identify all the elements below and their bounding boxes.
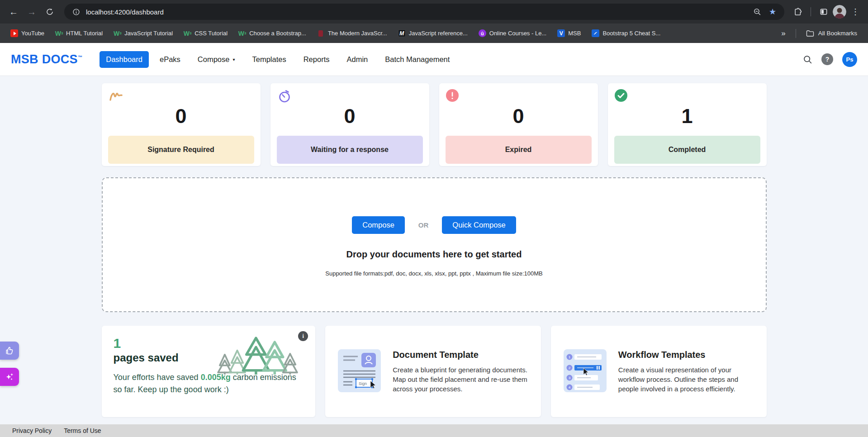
zoom-icon[interactable] xyxy=(752,6,763,17)
feedback-like-button[interactable] xyxy=(0,342,19,360)
workflow-templates-card[interactable]: 1 2 3 4 xyxy=(551,326,767,417)
pages-saved-card: 1 pages saved xyxy=(102,326,316,417)
document-template-card[interactable]: Sign Document Template Create a blueprin… xyxy=(325,326,541,417)
search-icon[interactable] xyxy=(803,55,812,64)
help-button[interactable]: ? xyxy=(821,53,833,65)
msb-docs-logo[interactable]: MSB DOCS™ xyxy=(11,52,82,66)
youtube-icon xyxy=(10,29,18,37)
all-bookmarks-label: All Bookmarks xyxy=(818,30,857,37)
back-icon[interactable]: ← xyxy=(5,4,22,20)
stat-value: 0 xyxy=(270,106,429,126)
terms-of-use-link[interactable]: Terms of Use xyxy=(64,427,101,434)
dropzone-subtext: Supported file formats:pdf, doc, docx, x… xyxy=(325,270,542,277)
reload-icon[interactable] xyxy=(42,4,58,20)
bookmark-modern-javascript[interactable]: The Modern JavaScr... xyxy=(313,28,391,39)
browser-menu-icon[interactable]: ⋮ xyxy=(848,5,863,19)
toolbar-divider xyxy=(811,7,811,16)
stat-value: 1 xyxy=(608,106,767,126)
nav-dashboard[interactable]: Dashboard xyxy=(100,51,149,68)
w3schools-icon: W3 xyxy=(238,29,246,37)
profile-avatar[interactable] xyxy=(833,5,846,19)
workflow-templates-title: Workflow Templates xyxy=(618,350,754,360)
forward-icon[interactable]: → xyxy=(24,4,40,20)
document-template-title: Document Template xyxy=(393,350,528,360)
workflow-step-3: 3 xyxy=(569,376,571,380)
dropzone-headline: Drop your documents here to get started xyxy=(346,249,522,260)
bookmark-star-icon[interactable]: ★ xyxy=(767,6,778,17)
nav-compose[interactable]: Compose▾ xyxy=(191,51,242,68)
bookmark-html-tutorial[interactable]: W3 HTML Tutorial xyxy=(51,28,107,39)
nav-reports[interactable]: Reports xyxy=(297,51,336,68)
alert-icon xyxy=(446,89,459,102)
stats-row: 0 Signature Required 0 Waiting for a res… xyxy=(102,83,767,166)
document-dropzone[interactable]: Compose OR Quick Compose Drop your docum… xyxy=(102,177,767,312)
document-template-description: Create a blueprint for generating docume… xyxy=(393,365,528,394)
chevron-down-icon: ▾ xyxy=(232,57,235,62)
user-avatar[interactable]: Ps xyxy=(842,52,857,67)
document-template-illustration: Sign xyxy=(338,349,381,394)
w3schools-icon: W3 xyxy=(55,29,63,37)
nav-batch-management[interactable]: Batch Management xyxy=(379,51,456,68)
bookmarks-overflow-icon[interactable]: » xyxy=(777,29,790,38)
signature-icon xyxy=(109,89,125,104)
workflow-templates-description: Create a visual representation of your w… xyxy=(618,365,754,394)
stat-value: 0 xyxy=(102,106,261,126)
workflow-step-2: 2 xyxy=(569,366,571,370)
bookmark-choose-bootstrap[interactable]: W3 Choose a Bootstrap... xyxy=(234,28,310,39)
folder-icon xyxy=(806,30,814,37)
main-nav: Dashboard ePaks Compose▾ Templates Repor… xyxy=(100,51,456,68)
trademark-symbol: ™ xyxy=(78,55,82,60)
stat-value: 0 xyxy=(439,106,598,126)
javascript-info-icon xyxy=(317,29,325,37)
bootstrap-icon xyxy=(592,29,599,37)
bookmark-msb[interactable]: V MSB xyxy=(553,28,585,39)
or-label: OR xyxy=(418,221,429,229)
bookmark-bootstrap-cheatsheet[interactable]: Bootstrap 5 Cheat S... xyxy=(588,28,664,39)
bookmark-javascript-tutorial[interactable]: W3 JavaScript Tutorial xyxy=(109,28,177,39)
bookmark-online-courses[interactable]: û Online Courses - Le... xyxy=(474,28,550,39)
stat-card-signature-required[interactable]: 0 Signature Required xyxy=(102,83,261,166)
ai-assistant-button[interactable] xyxy=(0,368,19,386)
document-template-text: Document Template Create a blueprint for… xyxy=(393,350,528,394)
compose-button[interactable]: Compose xyxy=(352,216,405,234)
url-bar[interactable]: localhost:4200/dashboard ★ xyxy=(64,4,784,20)
nav-templates[interactable]: Templates xyxy=(246,51,292,68)
bookmark-css-tutorial[interactable]: W3 CSS Tutorial xyxy=(180,28,232,39)
sign-field-label: Sign xyxy=(359,381,367,386)
stat-label: Completed xyxy=(614,136,760,164)
timer-icon xyxy=(277,89,292,105)
bookmark-youtube[interactable]: YouTube xyxy=(6,28,48,39)
bottom-cards-row: 1 pages saved xyxy=(102,326,767,417)
dashboard-main: 0 Signature Required 0 Waiting for a res… xyxy=(0,76,868,425)
privacy-policy-link[interactable]: Privacy Policy xyxy=(12,427,52,434)
compose-buttons-row: Compose OR Quick Compose xyxy=(352,216,516,234)
info-icon[interactable]: i xyxy=(298,331,308,341)
trees-illustration xyxy=(216,333,300,376)
mdn-icon: M xyxy=(398,29,406,37)
sparkles-icon xyxy=(5,372,14,382)
w3schools-icon: W3 xyxy=(184,29,191,37)
quick-compose-button[interactable]: Quick Compose xyxy=(442,216,516,234)
stat-card-completed[interactable]: 1 Completed xyxy=(608,83,767,166)
stat-card-waiting[interactable]: 0 Waiting for a response xyxy=(270,83,429,166)
bookmark-javascript-reference[interactable]: M JavaScript reference... xyxy=(394,28,472,39)
header-actions: ? Ps xyxy=(803,52,857,67)
bookmarks-divider xyxy=(796,29,796,38)
site-info-icon[interactable] xyxy=(71,6,81,17)
all-bookmarks-button[interactable]: All Bookmarks xyxy=(802,28,862,39)
stat-label: Signature Required xyxy=(108,136,254,164)
stat-label: Waiting for a response xyxy=(277,136,423,164)
app-header: MSB DOCS™ Dashboard ePaks Compose▾ Templ… xyxy=(0,43,868,76)
page-footer: Privacy Policy Terms of Use xyxy=(0,424,868,437)
udemy-icon: û xyxy=(479,29,486,37)
workflow-templates-text: Workflow Templates Create a visual repre… xyxy=(618,350,754,394)
workflow-templates-illustration: 1 2 3 4 xyxy=(564,349,607,394)
extensions-icon[interactable] xyxy=(791,5,805,19)
nav-epaks[interactable]: ePaks xyxy=(153,51,187,68)
thumbs-up-icon xyxy=(5,346,14,355)
reload-glyph xyxy=(46,8,54,16)
side-panel-icon[interactable] xyxy=(816,5,831,19)
workflow-step-1: 1 xyxy=(569,355,571,359)
nav-admin[interactable]: Admin xyxy=(340,51,374,68)
stat-card-expired[interactable]: 0 Expired xyxy=(439,83,598,166)
